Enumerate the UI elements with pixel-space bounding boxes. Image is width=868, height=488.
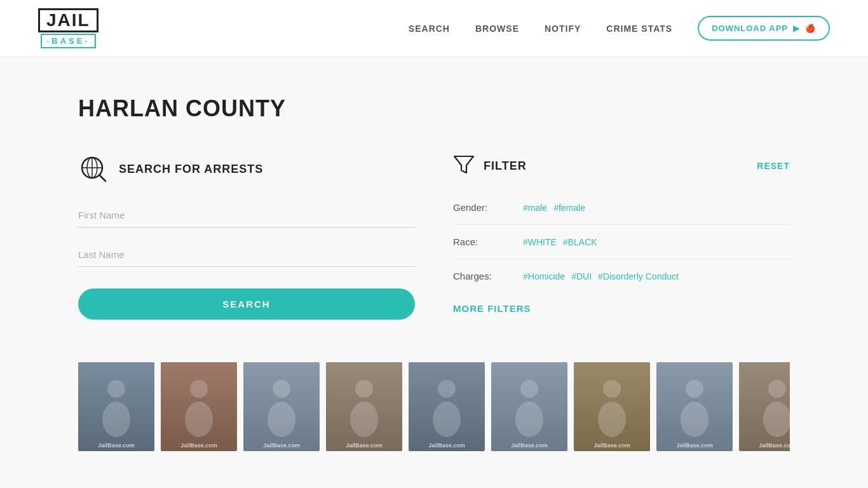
svg-point-21	[681, 402, 709, 437]
mugshot-card[interactable]: JailBase.com	[656, 362, 733, 451]
svg-point-12	[355, 380, 373, 398]
mugshot-card[interactable]: JailBase.com	[326, 362, 402, 451]
svg-point-17	[515, 402, 543, 437]
mugshot-watermark: JailBase.com	[409, 442, 485, 449]
svg-line-1	[99, 175, 105, 181]
filter-tag-male[interactable]: #male	[523, 203, 547, 213]
download-app-label: DOWNLOAD APP	[712, 24, 788, 33]
site-logo[interactable]: JAIL ·BASE·	[38, 8, 98, 48]
charges-tags: #Homicide #DUI #Disorderly Conduct	[523, 271, 679, 281]
last-name-input[interactable]	[78, 243, 415, 267]
mugshot-watermark: JailBase.com	[491, 442, 567, 449]
play-icon: ▶	[793, 24, 800, 33]
svg-point-8	[190, 380, 208, 398]
mugshot-card[interactable]: JailBase.com	[78, 362, 154, 451]
race-label: Race:	[453, 236, 510, 247]
gender-filter-row: Gender: #male #female	[453, 191, 790, 225]
filter-tag-homicide[interactable]: #Homicide	[523, 271, 565, 281]
mugshot-watermark: JailBase.com	[326, 442, 402, 449]
svg-marker-5	[454, 156, 473, 173]
svg-point-14	[438, 380, 456, 398]
apple-icon: 🍎	[805, 24, 816, 33]
mugshot-card[interactable]: JailBase.com	[574, 362, 650, 451]
nav-search[interactable]: SEARCH	[409, 24, 450, 34]
filter-tag-female[interactable]: #female	[553, 203, 585, 213]
mugshot-watermark: JailBase.com	[161, 442, 237, 449]
filter-section-title: FILTER	[484, 159, 527, 173]
search-section-title: SEARCH FOR ARRESTS	[119, 163, 263, 176]
svg-point-9	[185, 402, 213, 437]
nav-crime-stats[interactable]: CRIME STATS	[606, 24, 672, 34]
reset-filter-button[interactable]: RESET	[757, 161, 790, 171]
mugshot-card[interactable]: JailBase.com	[409, 362, 485, 451]
mugshot-watermark: JailBase.com	[656, 442, 733, 449]
more-filters-button[interactable]: MORE FILTERS	[453, 293, 531, 324]
svg-point-18	[603, 380, 621, 398]
svg-point-16	[520, 380, 538, 398]
gender-label: Gender:	[453, 202, 510, 213]
download-app-button[interactable]: DOWNLOAD APP ▶ 🍎	[698, 16, 830, 41]
mugshots-row: JailBase.com JailBase.com JailBase.com	[78, 362, 790, 451]
mugshot-card[interactable]: JailBase.com	[739, 362, 790, 451]
race-tags: #WHITE #BLACK	[523, 237, 597, 247]
mugshot-watermark: JailBase.com	[78, 442, 154, 449]
svg-point-20	[686, 380, 703, 398]
mugshot-watermark: JailBase.com	[243, 442, 320, 449]
search-arrests-icon	[78, 154, 109, 184]
filter-tag-white[interactable]: #WHITE	[523, 237, 557, 247]
mugshot-card[interactable]: JailBase.com	[491, 362, 567, 451]
gender-tags: #male #female	[523, 203, 585, 213]
filter-tag-disorderly[interactable]: #Disorderly Conduct	[598, 271, 679, 281]
first-name-input[interactable]	[78, 203, 415, 227]
mugshot-watermark: JailBase.com	[574, 442, 650, 449]
mugshot-watermark: JailBase.com	[739, 442, 790, 449]
charges-label: Charges:	[453, 271, 510, 281]
filter-icon	[453, 154, 475, 178]
main-nav: SEARCH BROWSE NOTIFY CRIME STATS DOWNLOA…	[409, 16, 830, 41]
race-filter-row: Race: #WHITE #BLACK	[453, 225, 790, 259]
nav-browse[interactable]: BROWSE	[475, 24, 519, 34]
svg-point-23	[763, 402, 790, 437]
logo-base-text: ·BASE·	[41, 34, 96, 48]
mugshot-card[interactable]: JailBase.com	[243, 362, 320, 451]
mugshot-card[interactable]: JailBase.com	[161, 362, 237, 451]
svg-point-11	[268, 402, 295, 437]
svg-point-22	[768, 380, 786, 398]
svg-point-7	[102, 402, 130, 437]
logo-jail-text: JAIL	[38, 8, 98, 32]
svg-point-15	[433, 402, 461, 437]
filter-tag-dui[interactable]: #DUI	[571, 271, 592, 281]
page-title: HARLAN COUNTY	[78, 95, 790, 122]
svg-point-6	[107, 380, 125, 398]
svg-point-13	[350, 402, 378, 437]
filter-tag-black[interactable]: #BLACK	[563, 237, 597, 247]
search-section: SEARCH FOR ARRESTS SEARCH	[78, 154, 415, 324]
charges-filter-row: Charges: #Homicide #DUI #Disorderly Cond…	[453, 259, 790, 293]
svg-point-19	[598, 402, 626, 437]
nav-notify[interactable]: NOTIFY	[545, 24, 581, 34]
svg-point-10	[273, 380, 290, 398]
search-button[interactable]: SEARCH	[78, 288, 415, 320]
filter-section: FILTER RESET Gender: #male #female Race:…	[453, 154, 790, 324]
